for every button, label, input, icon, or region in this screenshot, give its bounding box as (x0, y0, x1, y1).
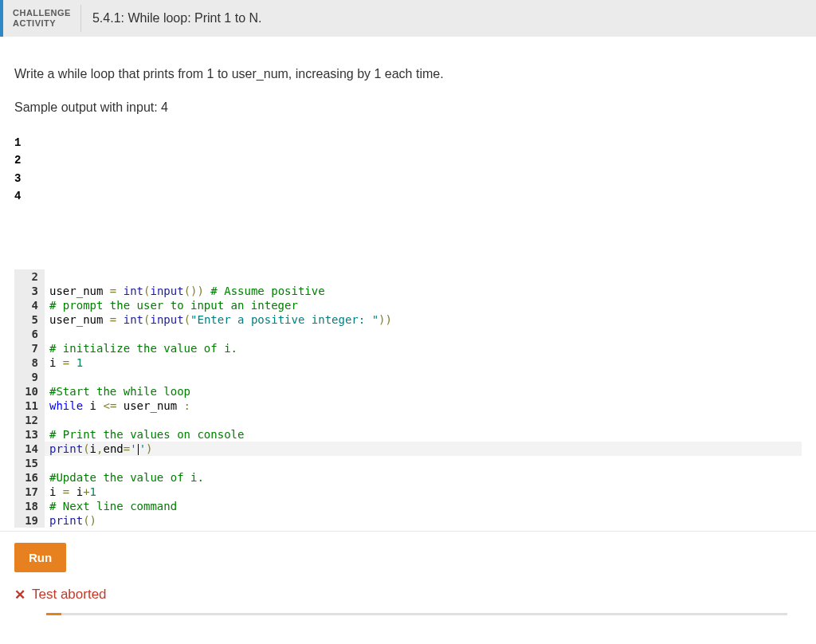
code-token: # initialize the value of i. (49, 342, 237, 355)
content-area: Write a while loop that prints from 1 to… (0, 37, 816, 531)
code-token: print (49, 514, 83, 527)
code-token: i (83, 399, 103, 412)
code-content[interactable]: user_num = int(input("Enter a positive i… (45, 312, 802, 327)
status-text: Test aborted (32, 587, 107, 603)
sample-output: 1 2 3 4 (14, 134, 802, 206)
line-number: 6 (14, 327, 45, 341)
code-token (116, 285, 123, 297)
line-number: 2 (14, 269, 45, 284)
line-number: 16 (14, 470, 45, 485)
code-line[interactable]: 6 (14, 327, 802, 341)
line-number: 10 (14, 384, 45, 399)
code-line[interactable]: 8i = 1 (14, 355, 802, 370)
code-content[interactable]: # Print the values on console (45, 427, 802, 442)
code-content[interactable] (45, 456, 802, 470)
code-line[interactable]: 11while i <= user_num : (14, 399, 802, 413)
code-content[interactable] (45, 413, 802, 427)
challenge-label-1: CHALLENGE (13, 8, 71, 18)
code-token: 1 (76, 356, 83, 369)
code-token: # Assume positive (210, 285, 324, 297)
code-token: while (49, 399, 83, 412)
code-content[interactable]: while i <= user_num : (45, 399, 802, 413)
code-token: <= (103, 399, 116, 412)
code-line[interactable]: 15 (14, 456, 802, 470)
code-token: user_num (49, 285, 110, 297)
sample-output-label: Sample output with input: 4 (14, 100, 802, 115)
code-token: i (69, 485, 83, 498)
code-token: 1 (90, 485, 96, 498)
code-line[interactable]: 9 (14, 370, 802, 384)
code-content[interactable] (45, 269, 802, 284)
code-content[interactable]: # Next line command (45, 499, 802, 513)
progress-bar (46, 613, 787, 615)
code-token: user_num (116, 399, 183, 412)
code-line[interactable]: 17i = i+1 (14, 485, 802, 499)
instructions-text: Write a while loop that prints from 1 to… (14, 67, 802, 81)
code-content[interactable] (45, 370, 802, 384)
code-content[interactable]: user_num = int(input()) # Assume positiv… (45, 284, 802, 298)
code-line[interactable]: 13# Print the values on console (14, 427, 802, 442)
code-editor[interactable]: 23user_num = int(input()) # Assume posit… (14, 269, 802, 528)
code-content[interactable]: # prompt the user to input an integer (45, 298, 802, 312)
test-status: ✕ Test aborted (14, 587, 802, 603)
code-line[interactable]: 4# prompt the user to input an integer (14, 298, 802, 312)
code-token: end (103, 442, 123, 455)
code-token: "Enter a positive integer: " (190, 313, 379, 326)
code-line[interactable]: 18# Next line command (14, 499, 802, 513)
progress-fill (46, 613, 61, 615)
code-line[interactable]: 16#Update the value of i. (14, 470, 802, 485)
code-content[interactable]: print() (45, 513, 802, 528)
code-token: # Next line command (49, 500, 177, 512)
x-icon: ✕ (14, 587, 26, 603)
code-token: ) (146, 442, 152, 455)
code-line[interactable]: 2 (14, 269, 802, 284)
code-token (116, 313, 123, 326)
code-token: input (150, 285, 183, 297)
code-token: = (124, 442, 130, 455)
line-number: 18 (14, 499, 45, 513)
code-content[interactable]: #Start the while loop (45, 384, 802, 399)
line-number: 4 (14, 298, 45, 312)
code-token: : (184, 399, 190, 412)
code-content[interactable]: #Update the value of i. (45, 470, 802, 485)
challenge-header: CHALLENGE ACTIVITY 5.4.1: While loop: Pr… (0, 0, 816, 37)
code-token: ( (83, 442, 89, 455)
code-token: ' (139, 442, 146, 455)
code-line[interactable]: 3user_num = int(input()) # Assume positi… (14, 284, 802, 298)
code-line[interactable]: 12 (14, 413, 802, 427)
line-number: 14 (14, 442, 45, 456)
line-number: 7 (14, 341, 45, 355)
challenge-title: 5.4.1: While loop: Print 1 to N. (81, 0, 273, 37)
line-number: 11 (14, 399, 45, 413)
run-button[interactable]: Run (14, 543, 66, 572)
line-number: 9 (14, 370, 45, 384)
line-number: 17 (14, 485, 45, 499)
run-section: Run ✕ Test aborted (0, 531, 816, 628)
code-token: print (49, 442, 83, 455)
code-token: # Print the values on console (49, 428, 244, 441)
code-line[interactable]: 19print() (14, 513, 802, 528)
code-token: input (150, 313, 183, 326)
code-line[interactable]: 14print(i,end='') (14, 442, 802, 456)
code-token: ()) (184, 285, 204, 297)
text-cursor (138, 444, 139, 455)
code-token: i (49, 485, 63, 498)
code-line[interactable]: 5user_num = int(input("Enter a positive … (14, 312, 802, 327)
code-token: i (49, 356, 63, 369)
line-number: 8 (14, 355, 45, 370)
line-number: 5 (14, 312, 45, 327)
code-content[interactable]: i = i+1 (45, 485, 802, 499)
code-content[interactable]: # initialize the value of i. (45, 341, 802, 355)
code-content[interactable]: print(i,end='') (45, 442, 802, 456)
code-line[interactable]: 10#Start the while loop (14, 384, 802, 399)
line-number: 19 (14, 513, 45, 528)
code-token: ' (130, 442, 136, 455)
code-token: )) (379, 313, 392, 326)
code-token: () (83, 514, 96, 527)
line-number: 12 (14, 413, 45, 427)
challenge-badge: CHALLENGE ACTIVITY (3, 0, 80, 37)
line-number: 3 (14, 284, 45, 298)
code-line[interactable]: 7# initialize the value of i. (14, 341, 802, 355)
code-content[interactable]: i = 1 (45, 355, 802, 370)
code-content[interactable] (45, 327, 802, 341)
